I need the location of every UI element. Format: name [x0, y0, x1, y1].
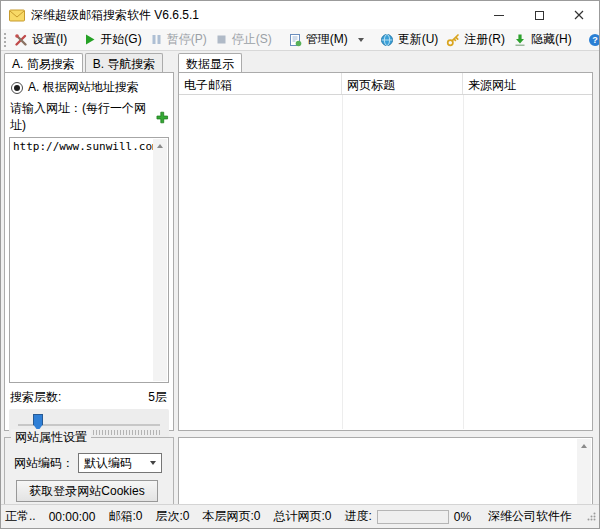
settings-button[interactable]: 设置(I) — [10, 29, 71, 50]
column-header-page-title[interactable]: 网页标题 — [342, 73, 463, 94]
log-output-box[interactable] — [178, 437, 593, 507]
register-button[interactable]: 注册(R) — [442, 29, 509, 50]
right-panel: 数据显示 电子邮箱 网页标题 来源网址 — [178, 53, 593, 504]
tab-simple-search[interactable]: A. 简易搜索 — [4, 53, 83, 72]
tab-data-display[interactable]: 数据显示 — [178, 53, 242, 72]
column-header-email[interactable]: 电子邮箱 — [179, 73, 342, 94]
site-settings-title: 网站属性设置 — [11, 429, 91, 446]
url-scrollbar[interactable] — [153, 139, 167, 381]
get-cookies-button[interactable]: 获取登录网站Cookies — [16, 480, 158, 502]
pause-label: 暂停(P) — [167, 31, 207, 48]
column-header-source-url[interactable]: 来源网址 — [463, 73, 592, 94]
close-icon — [574, 10, 584, 20]
manage-document-icon — [288, 33, 302, 47]
tab-label: 数据显示 — [186, 57, 234, 71]
settings-label: 设置(I) — [32, 31, 67, 48]
url-input-label: 请输入网址：(每行一个网址) — [10, 100, 156, 134]
url-label-row: 请输入网址：(每行一个网址) — [10, 100, 169, 134]
results-table[interactable]: 电子邮箱 网页标题 来源网址 — [178, 72, 593, 431]
tab-label: B. 导航搜索 — [93, 57, 156, 71]
stop-icon — [215, 33, 228, 46]
update-label: 更新(U) — [398, 31, 439, 48]
manage-button[interactable]: 管理(M) — [284, 29, 352, 50]
radio-selected-icon[interactable] — [11, 82, 23, 94]
toolbar-grip — [4, 33, 6, 47]
title-bar: 深维超级邮箱搜索软件 V6.6.5.1 — [1, 1, 599, 29]
column-gridline — [342, 95, 343, 429]
status-time: 00:00:00 — [49, 510, 96, 524]
manage-label: 管理(M) — [306, 31, 348, 48]
search-depth-row: 搜索层数: 5层 — [10, 389, 167, 406]
chevron-down-icon — [358, 38, 364, 42]
update-button[interactable]: 更新(U) — [376, 29, 443, 50]
simple-search-panel: A. 根据网站地址搜索 请输入网址：(每行一个网址) http://www.su… — [4, 72, 174, 431]
progress-percent: 0% — [454, 510, 471, 524]
cookies-button-label: 获取登录网站Cookies — [29, 483, 144, 500]
status-state: 正常.. — [5, 508, 36, 525]
svg-text:?: ? — [592, 35, 598, 45]
minimize-button[interactable] — [479, 1, 519, 29]
progress-group: 进度: 0% — [344, 508, 471, 525]
resize-grip[interactable] — [587, 512, 596, 521]
maximize-button[interactable] — [519, 1, 559, 29]
url-value: http://www.sunwill.com — [13, 140, 159, 153]
chevron-down-icon — [150, 461, 156, 465]
pause-icon — [150, 33, 163, 46]
update-globe-icon — [380, 33, 394, 47]
toolbar: 设置(I) 开始(G) 暂停(P) 停止(S) 管理(M) 更新(U) — [1, 29, 599, 51]
close-button[interactable] — [559, 1, 599, 29]
log-scrollbar[interactable] — [577, 439, 591, 505]
progress-label: 进度: — [344, 508, 371, 525]
status-level-pages: 本层网页:0 — [202, 508, 260, 525]
main-area: A. 简易搜索 B. 导航搜索 A. 根据网站地址搜索 请输入网址：(每行一个网… — [1, 52, 599, 504]
stop-label: 停止(S) — [232, 31, 272, 48]
site-settings-group: 网站属性设置 网站编码： 默认编码 获取登录网站Cookies — [4, 437, 174, 507]
scroll-up-icon — [581, 444, 587, 448]
app-window: 深维超级邮箱搜索软件 V6.6.5.1 设置(I) 开始(G) 暂停(P) 停止… — [0, 0, 600, 529]
help-question-icon: ? — [588, 33, 600, 47]
depth-label: 搜索层数: — [10, 389, 61, 406]
url-input-textarea[interactable]: http://www.sunwill.com — [9, 137, 169, 383]
encoding-label: 网站编码： — [14, 455, 74, 472]
register-key-icon — [446, 33, 460, 47]
status-mailbox-count: 邮箱:0 — [108, 508, 142, 525]
pause-button[interactable]: 暂停(P) — [146, 29, 211, 50]
manage-dropdown-button[interactable] — [352, 36, 368, 44]
hide-label: 隐藏(H) — [531, 31, 572, 48]
start-play-icon — [83, 33, 96, 46]
tab-label: A. 简易搜索 — [12, 57, 75, 71]
search-by-url-radio-row[interactable]: A. 根据网站地址搜索 — [11, 79, 169, 96]
data-tabs: 数据显示 — [178, 53, 593, 72]
register-label: 注册(R) — [464, 31, 505, 48]
green-plus-icon[interactable] — [156, 111, 169, 124]
company-credit: 深维公司软件作 — [488, 508, 572, 525]
column-gridline — [463, 95, 464, 429]
envelope-icon — [9, 9, 25, 22]
tab-navigation-search[interactable]: B. 导航搜索 — [85, 53, 164, 72]
status-level: 层次:0 — [155, 508, 189, 525]
search-mode-tabs: A. 简易搜索 B. 导航搜索 — [4, 53, 174, 72]
results-table-header: 电子邮箱 网页标题 来源网址 — [179, 73, 592, 95]
minimize-icon — [494, 15, 504, 16]
settings-tools-icon — [14, 33, 28, 47]
status-bar: 正常.. 00:00:00 邮箱:0 层次:0 本层网页:0 总计网页:0 进度… — [1, 504, 599, 528]
window-controls — [479, 1, 599, 29]
hide-button[interactable]: 隐藏(H) — [509, 29, 576, 50]
stop-button[interactable]: 停止(S) — [211, 29, 276, 50]
encoding-select[interactable]: 默认编码 — [78, 453, 162, 473]
scroll-up-icon — [157, 144, 163, 148]
hide-down-arrow-icon — [513, 33, 527, 47]
maximize-icon — [535, 11, 544, 20]
radio-label: A. 根据网站地址搜索 — [28, 79, 139, 96]
window-title: 深维超级邮箱搜索软件 V6.6.5.1 — [31, 7, 199, 24]
start-label: 开始(G) — [100, 31, 141, 48]
encoding-row: 网站编码： 默认编码 — [14, 453, 162, 473]
status-total-pages: 总计网页:0 — [273, 508, 331, 525]
start-button[interactable]: 开始(G) — [79, 29, 145, 50]
encoding-value: 默认编码 — [84, 455, 132, 472]
depth-value: 5层 — [148, 389, 167, 406]
help-button[interactable]: ? 帮助(H) — [584, 29, 600, 50]
left-panel: A. 简易搜索 B. 导航搜索 A. 根据网站地址搜索 请输入网址：(每行一个网… — [4, 53, 174, 504]
progress-bar — [377, 510, 449, 524]
